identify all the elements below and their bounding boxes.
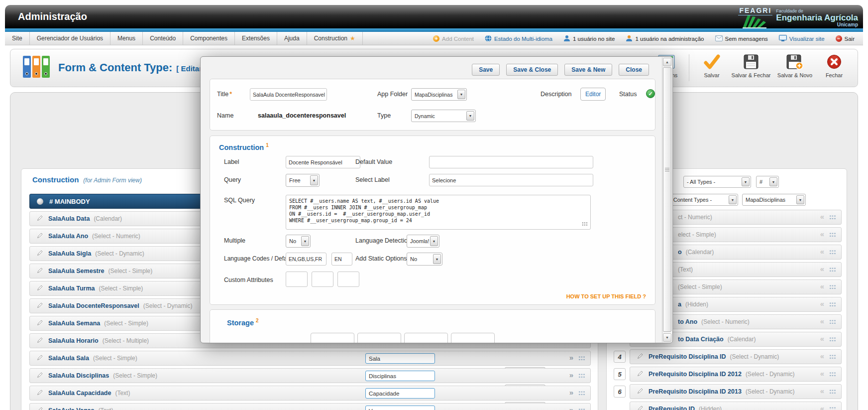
select-arrow-icon[interactable]: ▼ [430,236,438,246]
move-left-icon[interactable]: « [820,282,824,290]
app-folder-select[interactable]: MapaDisciplinas▼ [411,88,467,101]
save-new-button[interactable]: Salvar & Novo [773,53,817,78]
move-right-icon[interactable]: » [569,388,573,397]
move-left-icon[interactable]: « [820,247,824,256]
language-codes-input[interactable]: EN,GB,US,FR [286,253,326,266]
language-default-input[interactable]: EN [331,253,352,266]
pencil-icon[interactable] [637,370,644,378]
move-left-icon[interactable]: « [820,404,824,410]
select-arrow-icon[interactable]: ▼ [466,111,474,121]
drag-handle-icon[interactable] [578,373,585,379]
multiple-select[interactable]: No▼ [286,235,311,248]
move-left-icon[interactable]: « [820,265,824,273]
storage-field-input[interactable]: Vagas [365,406,435,410]
drag-handle-icon[interactable] [829,267,836,273]
drag-handle-icon[interactable] [829,232,836,238]
menu-item-extensoes[interactable]: Extensões [235,32,277,45]
menu-item-componentes[interactable]: Componentes [183,32,235,45]
drag-handle-icon[interactable] [829,319,836,325]
select-arrow-icon[interactable]: ▼ [301,236,309,246]
pencil-icon[interactable] [637,388,644,396]
drag-handle-icon[interactable] [829,250,836,255]
storage-input[interactable] [357,333,401,343]
move-left-icon[interactable]: « [820,387,824,395]
scroll-up-icon[interactable]: ▲ [663,58,671,66]
close-button[interactable]: Fechar [817,53,852,78]
all-types-select[interactable]: - All Types -▼ [683,176,751,188]
pencil-icon[interactable] [37,389,43,397]
messages-link[interactable]: Sem mensagens [710,35,773,42]
select-arrow-icon[interactable]: ▼ [742,177,750,186]
select-arrow-icon[interactable]: ▼ [433,254,441,264]
menu-item-usuarios[interactable]: Gerenciador de Usuários [30,32,110,45]
storage-field-input[interactable]: Sala [365,353,435,364]
drag-handle-icon[interactable] [829,284,836,290]
move-left-icon[interactable]: « [820,369,824,378]
custom-attribute-input[interactable] [337,272,359,287]
drag-handle-icon[interactable] [829,372,836,377]
select-label-input[interactable]: Selecione [429,174,593,186]
field-row[interactable]: PreRequisito Disciplina ID 2012(Select -… [630,367,842,382]
how-to-setup-link[interactable]: HOW TO SET UP THIS FIELD ? [566,293,646,299]
modal-save-new-button[interactable]: Save & New [564,64,612,76]
scrollbar-thumb[interactable] [663,67,671,332]
drag-handle-icon[interactable] [578,356,585,361]
select-arrow-icon[interactable]: ▼ [796,195,804,204]
content-type-value-select[interactable]: MapaDisciplinas▼ [742,194,806,206]
pencil-icon[interactable] [37,250,43,258]
hash-select[interactable]: #▼ [756,176,779,188]
users-on-site-status[interactable]: 1 usuário no site [558,35,620,43]
type-select[interactable]: Dynamic▼ [411,110,476,122]
move-right-icon[interactable]: » [569,406,573,410]
query-select[interactable]: Free▼ [286,174,320,187]
menu-item-site[interactable]: Site [5,32,30,45]
drag-handle-icon[interactable] [829,215,836,220]
field-row[interactable]: PreRequisito Disciplina ID 2013(Select -… [630,384,842,399]
select-arrow-icon[interactable]: ▼ [310,175,318,185]
field-row[interactable]: SalaAula Disciplinas(Select - Simple) Di… [29,368,591,383]
storage-input[interactable] [311,333,354,343]
pencil-icon[interactable] [37,284,43,292]
storage-field-input[interactable]: Disciplinas [365,371,435,381]
multilanguage-status-link[interactable]: Estado do Multi-idioma [479,35,558,43]
select-arrow-icon[interactable]: ▼ [457,90,465,99]
logout-link[interactable]: – Sair [830,35,860,42]
drag-handle-icon[interactable] [829,337,836,342]
storage-field-input[interactable]: Capacidade [365,388,435,399]
preview-site-link[interactable]: Visualizar site [773,35,830,42]
menu-item-menus[interactable]: Menus [110,32,143,45]
move-left-icon[interactable]: « [820,352,824,360]
select-arrow-icon[interactable]: ▼ [769,177,777,186]
pencil-icon[interactable] [37,337,43,345]
move-right-icon[interactable]: » [569,371,573,379]
save-button[interactable]: Salvar [694,53,729,78]
label-input[interactable]: Docente Responsável [286,156,360,168]
modal-save-close-button[interactable]: Save & Close [506,64,558,76]
move-left-icon[interactable]: « [820,334,824,343]
editor-button[interactable]: Editor [580,88,606,101]
pencil-icon[interactable] [37,319,43,327]
storage-input[interactable] [404,333,448,343]
menu-item-construction[interactable]: Construction ★ [307,32,363,45]
pencil-icon[interactable] [37,372,43,380]
language-detection-select[interactable]: Joomla!▼ [407,235,439,248]
pencil-icon[interactable] [637,405,644,410]
drag-handle-icon[interactable] [578,391,585,396]
select-arrow-icon[interactable]: ▼ [729,195,737,204]
menu-item-ajuda[interactable]: Ajuda [277,32,307,45]
storage-input[interactable] [451,333,495,343]
drag-handle-icon[interactable] [829,389,836,395]
move-right-icon[interactable]: » [569,353,573,362]
pencil-icon[interactable] [37,215,43,223]
custom-attribute-input[interactable] [286,272,308,287]
title-input[interactable]: SalaAula DocenteResponsavel [250,88,327,101]
pencil-icon[interactable] [37,407,43,410]
scroll-down-icon[interactable]: ▼ [663,333,671,342]
users-in-admin-status[interactable]: 1 usuário na administração [620,35,709,43]
sql-query-textarea[interactable]: SELECT #__users.name AS text, #__users.i… [286,195,591,230]
pencil-icon[interactable] [37,232,43,240]
move-left-icon[interactable]: « [820,317,824,325]
field-row[interactable]: PreRequisito ID(Hidden)« [630,402,842,410]
field-row[interactable]: PreRequisito Disciplina ID(Select - Dyna… [630,349,842,364]
custom-attribute-input[interactable] [312,272,333,287]
